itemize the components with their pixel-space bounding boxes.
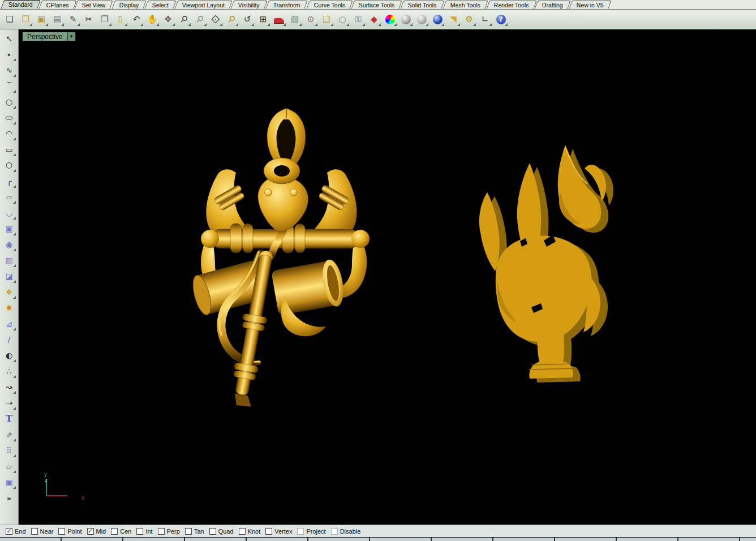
selection-filter-icon[interactable]: ❑ <box>319 12 334 27</box>
pendant-side-silhouette[interactable] <box>479 145 613 383</box>
toolbar-tab[interactable]: Select <box>144 1 177 9</box>
zoom-window-icon[interactable]: ⚲ <box>192 12 207 27</box>
osnap-toggle[interactable]: Near <box>31 528 54 535</box>
checkbox[interactable] <box>111 528 118 535</box>
extend-curve-icon[interactable]: ⇢ <box>2 396 16 410</box>
ghosted-viewport-icon[interactable] <box>414 12 429 27</box>
polygon-icon[interactable]: ⬡ <box>2 158 16 173</box>
checkbox[interactable] <box>31 528 38 535</box>
osnap-toggle[interactable]: Point <box>58 528 81 535</box>
boolean-union-icon[interactable]: ❖ <box>2 285 16 299</box>
zoom-selected-icon[interactable]: ⚲ <box>224 12 239 27</box>
arc-icon[interactable]: ◠ <box>2 126 16 141</box>
toolbar-tab[interactable]: Set View <box>75 1 114 9</box>
osnap-toggle[interactable]: Quad <box>209 528 234 535</box>
osnap-toggle[interactable]: Perp <box>158 528 180 535</box>
copy-icon[interactable]: ❐ <box>97 12 112 27</box>
curved-surface-icon[interactable]: ◡ <box>2 205 16 220</box>
cut-icon[interactable]: ✂ <box>81 12 96 27</box>
undo-view-icon[interactable]: ↺ <box>240 12 255 27</box>
more-tools-icon[interactable]: » <box>2 491 16 505</box>
toolbar-tab[interactable]: Standard <box>1 0 40 9</box>
osnap-toggle[interactable]: Disable <box>331 528 361 535</box>
circle-icon[interactable]: ○ <box>2 95 16 109</box>
boolean-difference-icon[interactable]: ◐ <box>2 348 16 363</box>
toolbar-tab[interactable]: Curve Tools <box>306 1 353 9</box>
split-icon[interactable]: ∕ <box>2 332 16 347</box>
toolbar-tab[interactable]: Render Tools <box>486 1 536 9</box>
patch-icon[interactable]: ◪ <box>2 269 16 284</box>
set-cplane-icon[interactable]: ▣ <box>2 475 16 490</box>
render-icon[interactable]: ◥ <box>446 12 461 27</box>
control-point-curve-icon[interactable]: ∿ <box>2 63 16 78</box>
checkbox[interactable] <box>297 528 304 535</box>
extract-points-icon[interactable]: ∴ <box>2 364 16 379</box>
viewport-layout-icon[interactable]: ⊞ <box>256 12 270 27</box>
save-icon[interactable]: ▣ <box>34 12 49 27</box>
new-document-icon[interactable]: ❏ <box>2 12 17 27</box>
osnap-toggle[interactable]: End <box>6 528 26 535</box>
rotate-view-icon[interactable]: ✥ <box>161 12 175 27</box>
circle-center-icon[interactable]: ⊙ <box>303 12 318 27</box>
ellipse-icon[interactable]: ○ <box>2 110 16 125</box>
named-views-icon[interactable] <box>272 12 286 27</box>
checkbox[interactable] <box>185 528 192 535</box>
fillet-corner-icon[interactable]: ╭ <box>2 174 16 188</box>
shaded-viewport-icon[interactable] <box>398 12 413 27</box>
rendered-viewport-icon[interactable] <box>430 12 445 27</box>
extrude-icon[interactable]: ▱ <box>2 459 16 474</box>
blend-curve-icon[interactable]: ↝ <box>2 380 16 394</box>
viewport-title[interactable]: Perspective ▼ <box>22 32 76 41</box>
light-bulb-icon[interactable]: ○ <box>335 12 350 27</box>
color-wheel-icon[interactable] <box>383 12 397 27</box>
help-icon[interactable]: ? <box>493 12 508 27</box>
select-icon[interactable]: ↖ <box>2 31 16 46</box>
point-icon[interactable]: ∙ <box>2 47 16 62</box>
toolbar-tab[interactable]: Viewport Layout <box>174 1 233 9</box>
edit-document-icon[interactable]: ✎ <box>66 12 80 27</box>
osnap-toggle[interactable]: Vertex <box>265 528 292 535</box>
lock-icon[interactable]: ⚿ <box>351 12 366 27</box>
osnap-toggle[interactable]: Tan <box>185 528 204 535</box>
curve-interpolate-icon[interactable]: ⌒ <box>2 79 16 93</box>
text-icon[interactable]: T <box>2 411 16 426</box>
print-icon[interactable]: ▤ <box>50 12 65 27</box>
checkbox[interactable] <box>158 528 165 535</box>
toolbar-tab[interactable]: Drafting <box>535 1 571 9</box>
toolbar-tab[interactable]: New in V5 <box>569 1 611 9</box>
checkbox[interactable] <box>265 528 272 535</box>
checkbox[interactable] <box>209 528 216 535</box>
trim-icon[interactable]: ⊿ <box>2 316 16 331</box>
array-icon[interactable]: ⠿ <box>2 443 16 458</box>
checkbox[interactable] <box>58 528 65 535</box>
sphere-icon[interactable]: ◉ <box>2 237 16 252</box>
box-icon[interactable]: ▣ <box>2 221 16 236</box>
checkbox[interactable] <box>87 528 94 535</box>
explode-icon[interactable]: ✸ <box>2 300 16 315</box>
osnap-toggle[interactable]: Int <box>136 528 152 535</box>
pendant-front-render[interactable] <box>190 109 370 408</box>
toolbar-tab[interactable]: Mesh Tools <box>443 1 488 9</box>
cylinder-icon[interactable]: ▥ <box>2 253 16 268</box>
toolbar-tab[interactable]: Solid Tools <box>400 1 444 9</box>
rectangle-icon[interactable]: ▭ <box>2 142 16 157</box>
paste-icon[interactable]: ▯ <box>113 12 128 27</box>
osnap-toggle[interactable]: Project <box>297 528 325 535</box>
osnap-toggle[interactable]: Mid <box>87 528 106 535</box>
dimension-icon[interactable]: ∟ <box>478 12 492 27</box>
undo-icon[interactable]: ↶ <box>129 12 144 27</box>
options-icon[interactable]: ⚙ <box>462 12 476 27</box>
open-folder-icon[interactable]: ❐ <box>18 12 33 27</box>
toolbar-tab[interactable]: Transform <box>265 1 308 9</box>
checkbox[interactable] <box>331 528 338 535</box>
toolbar-tab[interactable]: Visibility <box>231 1 268 9</box>
toolbar-tab[interactable]: Display <box>111 1 147 9</box>
perspective-viewport[interactable]: Perspective ▼ <box>19 29 756 525</box>
surface-plane-icon[interactable]: ▱ <box>2 190 16 204</box>
flat-shade-icon[interactable]: ◆ <box>367 12 381 27</box>
viewport-dropdown-icon[interactable]: ▼ <box>67 32 75 41</box>
pan-icon[interactable]: ✋ <box>145 12 160 27</box>
zoom-dynamic-icon[interactable]: ⚲ <box>177 12 191 27</box>
move-icon[interactable]: ⇗ <box>2 427 16 442</box>
osnap-toggle[interactable]: Knot <box>239 528 261 535</box>
